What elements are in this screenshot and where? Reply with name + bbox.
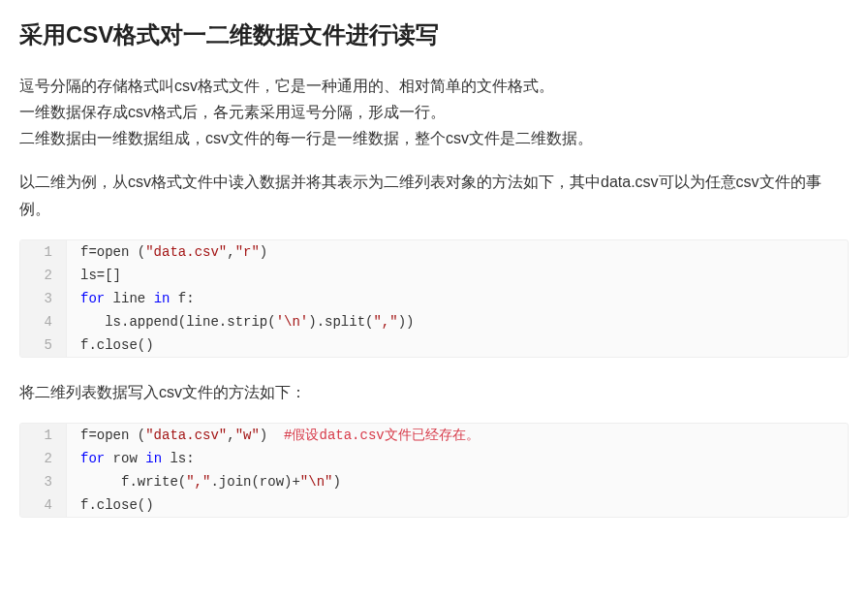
- page-title: 采用CSV格式对一二维数据文件进行读写: [19, 16, 849, 55]
- code-line: for row in ls:: [67, 447, 848, 470]
- read-method-paragraph: 以二维为例，从csv格式文件中读入数据并将其表示为二维列表对象的方法如下，其中d…: [19, 169, 849, 221]
- line-number: 4: [20, 310, 67, 333]
- code-line: ls.append(line.strip('\n').split(",")): [67, 310, 848, 333]
- code-block-write: 1 f=open ("data.csv","w") #假设data.csv文件已…: [19, 423, 849, 518]
- intro-line2: 一维数据保存成csv格式后，各元素采用逗号分隔，形成一行。: [19, 104, 446, 120]
- write-method-paragraph: 将二维列表数据写入csv文件的方法如下：: [19, 379, 849, 405]
- code-line: f.close(): [67, 333, 848, 357]
- line-number: 5: [20, 333, 67, 357]
- line-number: 1: [20, 240, 67, 264]
- line-number: 3: [20, 287, 67, 310]
- code-line: ls=[]: [67, 264, 848, 287]
- code-line: f.close(): [67, 493, 848, 517]
- code-line: f=open ("data.csv","r"): [67, 240, 848, 264]
- line-number: 4: [20, 493, 67, 517]
- intro-line3: 二维数据由一维数据组成，csv文件的每一行是一维数据，整个csv文件是二维数据。: [19, 130, 593, 146]
- code-line: f.write(",".join(row)+"\n"): [67, 470, 848, 493]
- line-number: 3: [20, 470, 67, 493]
- code-line: f=open ("data.csv","w") #假设data.csv文件已经存…: [67, 424, 848, 447]
- code-block-read: 1 f=open ("data.csv","r") 2 ls=[] 3 for …: [19, 239, 849, 358]
- line-number: 2: [20, 447, 67, 470]
- intro-paragraph: 逗号分隔的存储格式叫csv格式文件，它是一种通用的、相对简单的文件格式。 一维数…: [19, 73, 849, 152]
- code-line: for line in f:: [67, 287, 848, 310]
- intro-line1: 逗号分隔的存储格式叫csv格式文件，它是一种通用的、相对简单的文件格式。: [19, 78, 554, 94]
- line-number: 1: [20, 424, 67, 447]
- line-number: 2: [20, 264, 67, 287]
